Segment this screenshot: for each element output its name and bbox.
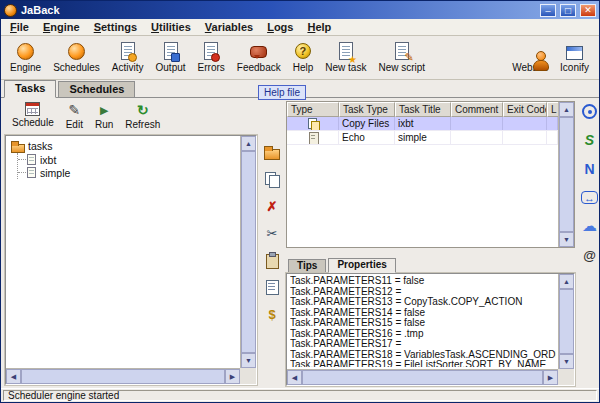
menu-item-utilities[interactable]: Utilities	[144, 20, 198, 34]
tree-item-ixbt[interactable]: ixbt	[18, 153, 238, 166]
toolbar-button-label: Schedules	[53, 62, 100, 73]
toolbar-button-engine[interactable]: Engine	[4, 38, 47, 75]
tab-tips[interactable]: Tips	[288, 259, 326, 272]
tab-schedules[interactable]: Schedules	[58, 81, 135, 97]
scrollbar-track[interactable]	[559, 289, 574, 354]
tree-item-simple[interactable]: simple	[18, 166, 238, 179]
scrollbar-thumb[interactable]	[21, 369, 225, 384]
close-button[interactable]	[580, 4, 596, 17]
dollar-icon[interactable]	[263, 305, 281, 323]
toolbar-button-label: Iconify	[560, 62, 589, 73]
tab-properties[interactable]: Properties	[328, 258, 395, 273]
scroll-left-arrow[interactable]: ◀	[6, 369, 21, 384]
sync-icon[interactable]	[581, 131, 599, 149]
scroll-up-arrow[interactable]: ▲	[559, 102, 574, 117]
status-text: Scheduler engine started	[4, 390, 119, 401]
table-vertical-scrollbar[interactable]: ▲▼	[558, 102, 574, 247]
menu-item-help[interactable]: Help	[300, 20, 338, 34]
toolbar-button-help[interactable]: Help	[287, 38, 320, 75]
exit-code-cell	[503, 117, 547, 130]
scroll-up-arrow[interactable]: ▲	[241, 136, 256, 151]
toolbar-button-activity[interactable]: Activity	[106, 38, 150, 75]
toolbar-button-iconify[interactable]: Iconify	[554, 38, 595, 75]
toolbar-button-label: Errors	[198, 62, 225, 73]
scroll-down-arrow[interactable]: ▼	[559, 232, 574, 247]
toolbar-button-schedules[interactable]: Schedules	[47, 38, 106, 75]
column-header-type[interactable]: Type	[287, 102, 339, 117]
column-header-exit-code[interactable]: Exit Code	[503, 102, 547, 117]
toolbar-button-new-script[interactable]: New script	[372, 38, 431, 75]
echo-task-icon	[307, 132, 319, 144]
delete-icon[interactable]	[263, 197, 281, 215]
refresh-button[interactable]: Refresh	[119, 101, 166, 131]
scrollbar-track[interactable]	[302, 370, 543, 385]
menu-item-engine[interactable]: Engine	[36, 20, 87, 34]
minimize-button[interactable]	[540, 4, 556, 17]
toolbar-button-output[interactable]: Output	[150, 38, 192, 75]
scroll-right-arrow[interactable]: ▶	[225, 369, 240, 384]
output-icon	[164, 42, 178, 60]
column-header-comment[interactable]: Comment	[451, 102, 503, 117]
maximize-button[interactable]	[560, 4, 576, 17]
tree-vertical-scrollbar[interactable]: ▲▼	[240, 136, 256, 368]
scrollbar-thumb[interactable]	[559, 289, 574, 354]
table-row[interactable]: Echosimple	[287, 131, 558, 145]
properties-list: Task.PARAMETERS11 = falseTask.PARAMETERS…	[290, 276, 556, 367]
status-bar: Scheduler engine started	[1, 388, 599, 402]
detail-tabbar: TipsProperties	[286, 258, 575, 273]
tree-horizontal-scrollbar[interactable]: ◀▶	[6, 368, 240, 384]
folder-icon	[11, 141, 24, 152]
toolbar-button-label: New script	[378, 62, 425, 73]
properties-box: Task.PARAMETERS11 = falseTask.PARAMETERS…	[286, 273, 575, 386]
info-icon[interactable]	[582, 104, 597, 119]
cloud-icon[interactable]	[581, 217, 599, 235]
toolbar-button-errors[interactable]: Errors	[192, 38, 231, 75]
properties-horizontal-scrollbar[interactable]: ◀▶	[287, 369, 558, 385]
edit-button[interactable]: Edit	[60, 101, 89, 131]
l-cell	[547, 131, 558, 144]
scroll-up-arrow[interactable]: ▲	[559, 274, 574, 289]
scrollbar-track[interactable]	[241, 151, 256, 353]
tree-root-tasks[interactable]: tasks	[9, 139, 238, 153]
errors-icon	[204, 42, 218, 60]
menu-item-variables[interactable]: Variables	[198, 20, 260, 34]
task-title-cell: ixbt	[395, 117, 451, 130]
menu-item-settings[interactable]: Settings	[87, 20, 144, 34]
scrollbar-track[interactable]	[559, 117, 574, 232]
menu-item-logs[interactable]: Logs	[260, 20, 300, 34]
at-icon[interactable]	[581, 246, 599, 264]
table-row[interactable]: Copy Filesixbt	[287, 117, 558, 131]
menu-item-file[interactable]: File	[3, 20, 36, 34]
paste-icon[interactable]	[263, 251, 281, 269]
scroll-down-arrow[interactable]: ▼	[559, 354, 574, 369]
column-header-task-type[interactable]: Task Type	[339, 102, 395, 117]
scroll-down-arrow[interactable]: ▼	[241, 353, 256, 368]
schedule-button[interactable]: Schedule	[6, 101, 60, 129]
column-header-task-title[interactable]: Task Title	[395, 102, 451, 117]
refresh-icon	[134, 102, 151, 118]
toolbar-button-new-task[interactable]: New task	[319, 38, 372, 75]
run-button[interactable]: Run	[89, 101, 119, 131]
cut-icon[interactable]	[263, 224, 281, 242]
folder-icon[interactable]	[263, 143, 281, 161]
toolbar-button-feedback[interactable]: Feedback	[231, 38, 287, 75]
scrollbar-thumb[interactable]	[241, 151, 256, 353]
scrollbar-thumb[interactable]	[559, 117, 574, 232]
letter-n-icon[interactable]	[581, 160, 599, 178]
scroll-left-arrow[interactable]: ◀	[287, 370, 302, 385]
copy-icon[interactable]	[263, 170, 281, 188]
menu-bar: FileEngineSettingsUtilitiesVariablesLogs…	[1, 19, 599, 36]
scroll-right-arrow[interactable]: ▶	[543, 370, 558, 385]
task-tree-panel: tasks ixbtsimple ▲▼ ◀▶	[5, 135, 257, 385]
link-icon[interactable]	[581, 191, 598, 204]
properties-vertical-scrollbar[interactable]: ▲▼	[558, 274, 574, 369]
task-toolbar: ScheduleEditRunRefresh	[6, 101, 256, 132]
tab-tasks[interactable]: Tasks	[4, 80, 56, 98]
property-line: Task.PARAMETERS15 = false	[290, 318, 556, 329]
tree-item-label: simple	[40, 167, 70, 179]
exit-code-cell	[503, 131, 547, 144]
toolbar-button-websi[interactable]: Websi...	[506, 38, 554, 75]
notes-icon[interactable]	[263, 278, 281, 296]
scrollbar-thumb[interactable]	[302, 370, 543, 385]
scrollbar-track[interactable]	[21, 369, 225, 384]
